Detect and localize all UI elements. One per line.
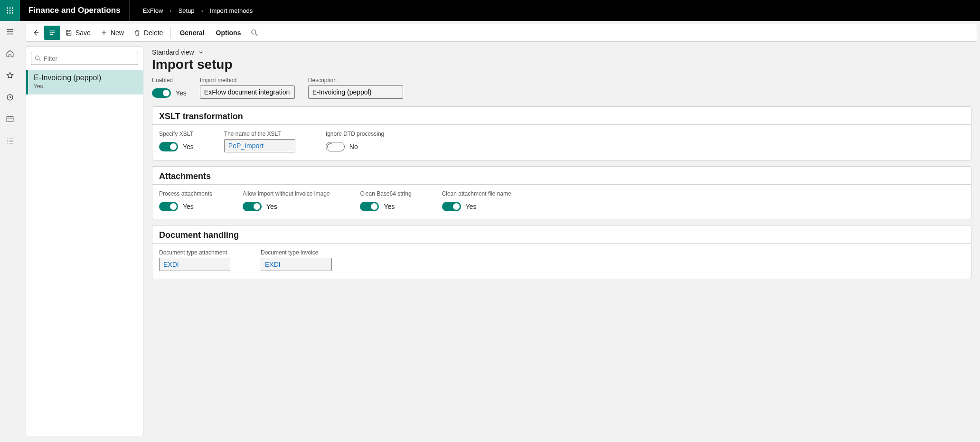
save-button[interactable]: Save (60, 26, 95, 40)
delete-label: Delete (144, 29, 163, 37)
search-button[interactable] (246, 26, 263, 40)
section-title: XSLT transformation (152, 107, 971, 124)
modules-icon (6, 137, 14, 145)
svg-point-0 (7, 7, 8, 9)
list-item-title: E-Invoicing (peppol) (34, 74, 137, 82)
process-attachments-label: Process attachments (159, 190, 212, 197)
import-method-input[interactable] (200, 85, 295, 99)
top-bar: Finance and Operations ExFlow › Setup › … (0, 0, 980, 21)
divider (170, 27, 171, 38)
nav-recent-button[interactable] (3, 90, 17, 104)
arrow-left-icon (32, 28, 40, 37)
clean-name-label: Clean attachment file name (442, 190, 511, 197)
doc-type-attachment-input[interactable] (159, 258, 230, 271)
svg-point-6 (7, 12, 8, 14)
trash-icon (133, 29, 141, 37)
command-bar: Save New Delete General Options (26, 24, 977, 42)
list-item-subtitle: Yes (34, 83, 137, 90)
app-title: Finance and Operations (20, 0, 130, 21)
nav-modules-button[interactable] (3, 134, 17, 148)
chevron-down-icon (197, 48, 205, 56)
specify-xslt-text: Yes (183, 143, 194, 150)
list-panel: E-Invoicing (peppol) Yes (26, 47, 143, 436)
xslt-name-label: The name of the XSLT (224, 131, 295, 137)
svg-point-5 (12, 10, 13, 11)
breadcrumb-item[interactable]: ExFlow (143, 7, 163, 14)
list-item[interactable]: E-Invoicing (peppol) Yes (26, 70, 143, 94)
clean-b64-text: Yes (384, 203, 395, 210)
nav-rail (0, 21, 20, 442)
svg-point-4 (9, 10, 11, 11)
lines-icon (48, 28, 57, 37)
clean-name-toggle[interactable] (442, 202, 461, 211)
hamburger-icon (6, 28, 14, 36)
nav-home-button[interactable] (3, 47, 17, 61)
view-selector[interactable]: Standard view (152, 48, 971, 56)
home-icon (6, 49, 14, 58)
tab-general[interactable]: General (174, 29, 210, 37)
ignore-dtd-label: Ignore DTD processing (326, 131, 384, 137)
page-title: Import setup (152, 57, 971, 72)
nav-favorites-button[interactable] (3, 68, 17, 83)
enabled-text: Yes (176, 89, 187, 97)
new-label: New (111, 29, 124, 37)
edit-mode-button[interactable] (44, 26, 60, 40)
app-launcher-button[interactable] (0, 0, 20, 21)
section-title: Document handling (152, 226, 971, 243)
ignore-dtd-text: No (349, 143, 358, 150)
svg-rect-10 (7, 117, 13, 122)
new-button[interactable]: New (95, 26, 129, 40)
breadcrumb-item[interactable]: Import methods (210, 7, 253, 14)
enabled-toggle[interactable] (152, 88, 171, 98)
description-input[interactable] (308, 85, 403, 99)
breadcrumb-item[interactable]: Setup (179, 7, 195, 14)
detail-panel: Standard view Import setup Enabled Yes I… (151, 47, 974, 436)
svg-point-1 (9, 7, 11, 9)
clock-icon (6, 93, 14, 102)
plus-icon (100, 29, 108, 37)
filter-input[interactable] (31, 52, 138, 65)
back-button[interactable] (28, 26, 44, 40)
ignore-dtd-toggle[interactable] (326, 142, 345, 151)
search-icon (250, 28, 259, 37)
view-label: Standard view (152, 48, 194, 56)
description-label: Description (308, 77, 403, 84)
enabled-label: Enabled (152, 77, 187, 84)
section-xslt: XSLT transformation Specify XSLT Yes The… (152, 106, 971, 160)
save-icon (65, 29, 73, 37)
specify-xslt-label: Specify XSLT (159, 131, 194, 137)
svg-point-2 (12, 7, 13, 9)
doc-type-invoice-label: Document type invoice (261, 249, 332, 256)
allow-no-image-label: Allow import without invoice image (243, 190, 330, 197)
doc-type-invoice-input[interactable] (261, 258, 332, 271)
delete-button[interactable]: Delete (129, 26, 168, 40)
save-label: Save (75, 29, 91, 37)
svg-point-3 (7, 10, 8, 11)
allow-no-image-text: Yes (266, 203, 277, 210)
waffle-icon (6, 6, 14, 15)
svg-point-12 (36, 56, 39, 60)
clean-b64-toggle[interactable] (360, 202, 379, 211)
section-attachments: Attachments Process attachments Yes Allo… (152, 166, 971, 219)
chevron-right-icon: › (201, 7, 203, 14)
allow-no-image-toggle[interactable] (243, 202, 262, 211)
process-attachments-toggle[interactable] (159, 202, 178, 211)
import-method-label: Import method (200, 77, 295, 84)
clean-name-text: Yes (466, 203, 477, 210)
svg-point-11 (252, 30, 256, 34)
star-icon (6, 71, 14, 80)
search-icon (34, 55, 42, 62)
section-document-handling: Document handling Document type attachme… (152, 225, 971, 279)
workspace-icon (6, 115, 14, 123)
xslt-name-input[interactable] (224, 139, 295, 152)
tab-options[interactable]: Options (210, 29, 247, 37)
nav-workspaces-button[interactable] (3, 112, 17, 126)
svg-point-7 (9, 12, 11, 14)
chevron-right-icon: › (170, 7, 171, 14)
breadcrumb: ExFlow › Setup › Import methods (130, 0, 253, 21)
clean-b64-label: Clean Base64 string (360, 190, 411, 197)
process-attachments-text: Yes (183, 203, 194, 210)
doc-type-attachment-label: Document type attachment (159, 249, 230, 256)
specify-xslt-toggle[interactable] (159, 142, 178, 151)
nav-hamburger-button[interactable] (3, 25, 17, 39)
